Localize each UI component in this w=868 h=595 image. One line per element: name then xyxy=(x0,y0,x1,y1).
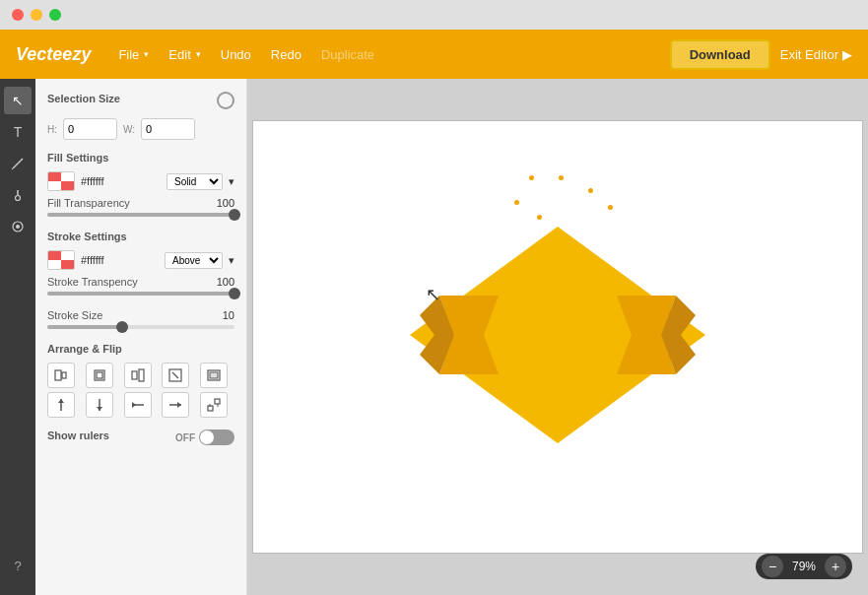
svg-marker-24 xyxy=(177,402,181,408)
arrange-btn-3[interactable] xyxy=(162,363,189,388)
svg-rect-11 xyxy=(132,371,137,379)
left-panel: Selection Size H: W: Fill Settings #ffff… xyxy=(35,79,247,595)
stroke-size-label: Stroke Size xyxy=(47,309,102,321)
w-input[interactable] xyxy=(141,118,195,140)
selection-size-section: Selection Size xyxy=(47,89,234,112)
svg-line-1 xyxy=(21,159,23,161)
stroke-color-swatch[interactable] xyxy=(47,250,75,270)
arrange-btn-2[interactable] xyxy=(124,363,152,388)
fill-settings-title: Fill Settings xyxy=(47,152,234,164)
arrange-btn-1[interactable] xyxy=(86,363,113,388)
stroke-size-slider[interactable] xyxy=(47,325,234,329)
fill-transparency-value: 100 xyxy=(217,197,234,209)
selection-circle-icon xyxy=(217,92,234,109)
stroke-settings-title: Stroke Settings xyxy=(47,231,234,242)
nav-undo[interactable]: Undo xyxy=(213,43,259,66)
arrange-btn-7[interactable] xyxy=(124,392,152,418)
selection-dot-1 xyxy=(529,175,534,180)
svg-rect-26 xyxy=(215,399,220,404)
topnav: Vecteezy File▾ Edit▾ Undo Redo Duplicate… xyxy=(0,30,868,79)
help-tool[interactable]: ? xyxy=(4,552,32,579)
canvas[interactable]: ↖ xyxy=(252,120,863,554)
w-label: W: xyxy=(123,124,135,135)
svg-rect-8 xyxy=(62,372,66,378)
shapes-tool[interactable] xyxy=(4,213,32,240)
stroke-transparency-value: 100 xyxy=(217,276,234,288)
rulers-toggle[interactable]: OFF xyxy=(175,430,234,445)
nav-right: Download Exit Editor ▶ xyxy=(670,39,852,70)
arrange-btn-6[interactable] xyxy=(86,392,113,418)
stroke-size-value: 10 xyxy=(223,309,234,321)
svg-rect-12 xyxy=(139,369,144,381)
content-area: ↖ T xyxy=(0,79,868,595)
stroke-row: #ffffff Above Below Center ▾ xyxy=(47,250,234,270)
app: Vecteezy File▾ Edit▾ Undo Redo Duplicate… xyxy=(0,30,868,595)
stroke-transparency-label: Stroke Transpency xyxy=(47,276,138,288)
select-tool[interactable]: ↖ xyxy=(4,87,32,114)
download-button[interactable]: Download xyxy=(670,39,770,70)
arrange-btn-0[interactable] xyxy=(47,363,75,388)
svg-marker-20 xyxy=(97,407,102,411)
fill-transparency-label: Fill Transparency xyxy=(47,197,130,209)
toggle-thumb xyxy=(200,430,214,444)
brush-tool[interactable] xyxy=(4,181,32,209)
nav-duplicate: Duplicate xyxy=(313,43,382,66)
svg-point-6 xyxy=(16,225,20,229)
canvas-area[interactable]: ↖ − 79% + xyxy=(247,79,868,595)
svg-marker-18 xyxy=(58,399,64,403)
stroke-transparency-slider[interactable] xyxy=(47,292,234,296)
rulers-row: Show rulers OFF xyxy=(47,426,234,449)
banner-svg xyxy=(370,197,745,473)
selection-dot-2 xyxy=(559,175,564,180)
arrange-flip-title: Arrange & Flip xyxy=(47,343,234,355)
selection-dot-4 xyxy=(588,188,593,193)
icon-toolbar: ↖ T xyxy=(0,79,35,595)
arrange-btn-4[interactable] xyxy=(200,363,228,388)
artwork xyxy=(370,197,745,477)
title-bar xyxy=(0,0,868,30)
svg-line-14 xyxy=(172,372,178,378)
fill-color-value: #ffffff xyxy=(81,175,161,187)
arrange-btn-8[interactable] xyxy=(162,392,189,418)
stroke-transparency-row: Stroke Transpency 100 xyxy=(47,276,234,288)
zoom-controls: − 79% + xyxy=(756,554,852,579)
stroke-color-value: #ffffff xyxy=(81,254,159,266)
nav-redo[interactable]: Redo xyxy=(263,43,309,66)
nav-edit[interactable]: Edit▾ xyxy=(161,43,208,66)
toggle-state-label: OFF xyxy=(175,432,195,443)
zoom-in-button[interactable]: + xyxy=(825,556,846,577)
selection-size-title: Selection Size xyxy=(47,93,120,104)
toggle-track[interactable] xyxy=(199,430,234,445)
nav-file[interactable]: File▾ xyxy=(110,43,157,66)
pen-tool[interactable] xyxy=(4,150,32,177)
fill-color-swatch[interactable] xyxy=(47,171,75,191)
zoom-out-button[interactable]: − xyxy=(762,556,783,577)
exit-editor-button[interactable]: Exit Editor ▶ xyxy=(780,47,852,62)
arrange-buttons-row2 xyxy=(47,392,234,418)
fill-type-chevron[interactable]: ▾ xyxy=(229,175,234,188)
fill-transparency-slider[interactable] xyxy=(47,213,234,217)
arrange-btn-9[interactable] xyxy=(200,392,228,418)
svg-rect-16 xyxy=(210,372,218,378)
svg-rect-7 xyxy=(55,370,61,380)
svg-line-2 xyxy=(12,168,13,169)
h-input[interactable] xyxy=(63,118,117,140)
stroke-chevron[interactable]: ▾ xyxy=(229,254,234,267)
svg-rect-10 xyxy=(97,372,102,378)
arrange-btn-5[interactable] xyxy=(47,392,75,418)
zoom-value: 79% xyxy=(789,560,819,573)
fill-type-select[interactable]: Solid Linear Radial None xyxy=(167,173,223,190)
maximize-button[interactable] xyxy=(49,9,61,21)
svg-line-0 xyxy=(13,161,21,168)
text-tool[interactable]: T xyxy=(4,118,32,146)
stroke-position-select[interactable]: Above Below Center xyxy=(165,252,223,269)
logo: Vecteezy xyxy=(16,44,91,65)
close-button[interactable] xyxy=(12,9,24,21)
fill-transparency-row: Fill Transparency 100 xyxy=(47,197,234,209)
stroke-size-row: Stroke Size 10 xyxy=(47,309,234,321)
show-rulers-label: Show rulers xyxy=(47,430,109,441)
svg-point-3 xyxy=(16,196,21,201)
minimize-button[interactable] xyxy=(31,9,42,21)
nav-menu: File▾ Edit▾ Undo Redo Duplicate xyxy=(110,43,669,66)
fill-row: #ffffff Solid Linear Radial None ▾ xyxy=(47,171,234,191)
